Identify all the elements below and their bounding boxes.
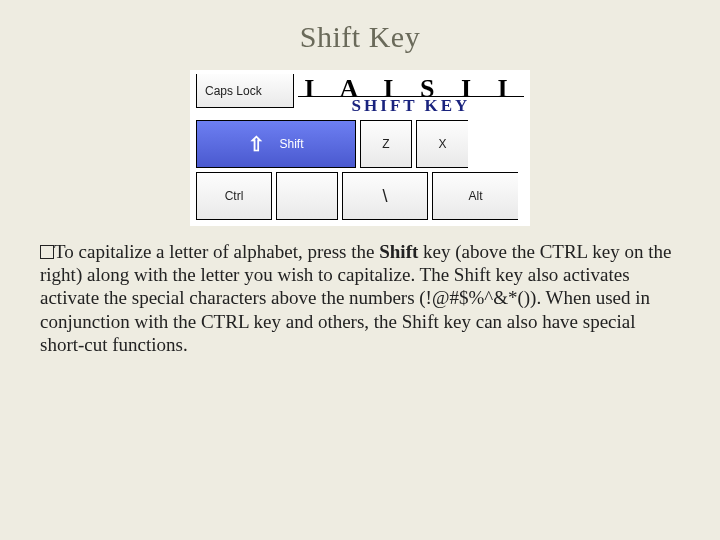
key-x: X	[416, 120, 468, 168]
key-label: Caps Lock	[205, 84, 262, 98]
key-backslash: \	[342, 172, 428, 220]
key-shift-highlighted: ⇧ Shift	[196, 120, 356, 168]
letter-strip: I A I S I I	[298, 74, 524, 97]
keyboard-row-0: Caps Lock I A I S I I SHIFT KEY	[196, 74, 524, 116]
slide-title: Shift Key	[40, 20, 680, 54]
key-alt: Alt	[432, 172, 518, 220]
key-label: Ctrl	[225, 189, 244, 203]
key-label: X	[438, 137, 446, 151]
up-arrow-icon: ⇧	[248, 132, 265, 156]
letter-strip-container: I A I S I I SHIFT KEY	[298, 74, 524, 116]
key-label: Z	[382, 137, 389, 151]
body-text-pre: To capitalize a letter of alphabet, pres…	[54, 241, 379, 262]
body-text-bold: Shift	[379, 241, 418, 262]
key-label: \	[382, 186, 387, 207]
keyboard: Caps Lock I A I S I I SHIFT KEY ⇧ Shift …	[196, 74, 524, 220]
keyboard-illustration: Caps Lock I A I S I I SHIFT KEY ⇧ Shift …	[190, 70, 530, 226]
keyboard-row-1: ⇧ Shift Z X	[196, 120, 524, 168]
key-ctrl: Ctrl	[196, 172, 272, 220]
slide-container: Shift Key Caps Lock I A I S I I SHIFT KE…	[0, 0, 720, 540]
body-paragraph: To capitalize a letter of alphabet, pres…	[40, 240, 680, 356]
key-blank	[276, 172, 338, 220]
keyboard-row-2: Ctrl \ Alt	[196, 172, 524, 220]
key-label: Shift	[279, 137, 303, 151]
shift-key-banner: SHIFT KEY	[298, 96, 524, 116]
bullet-square-icon	[40, 245, 54, 259]
key-z: Z	[360, 120, 412, 168]
key-caps-lock: Caps Lock	[196, 74, 294, 108]
key-label: Alt	[468, 189, 482, 203]
